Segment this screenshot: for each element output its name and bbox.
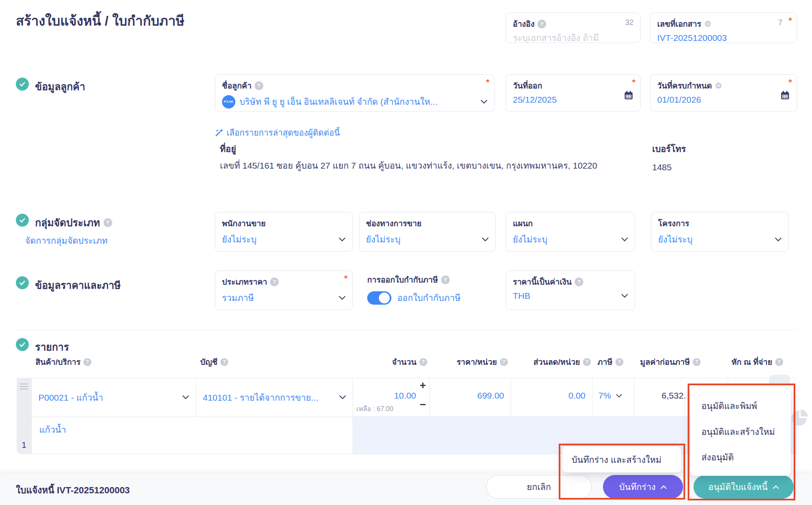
required-asterisk: *	[486, 77, 489, 87]
customer-value: บริษัท พี ยู ยู เอ็น อินเทลลิเจนท์ จำกัด…	[240, 95, 437, 109]
chevron-down-icon	[182, 395, 189, 399]
pre-tax-amount-value: 6,532.	[662, 391, 686, 401]
row-gutter: 1	[17, 378, 31, 454]
pricing-section-title: ข้อมูลราคาและภาษี	[35, 277, 121, 293]
discount-cell[interactable]: 0.00	[511, 378, 593, 417]
help-icon[interactable]: ?	[103, 218, 112, 227]
quantity-increase-button[interactable]: +	[420, 380, 426, 391]
item-description-input[interactable]: แก้วน้ำ	[31, 417, 353, 454]
help-icon[interactable]: ?	[693, 358, 701, 366]
drag-handle-icon[interactable]	[20, 384, 28, 391]
gear-icon[interactable]: ⚙	[715, 82, 722, 90]
chevron-down-icon	[482, 237, 489, 242]
pie-chart-icon[interactable]	[790, 409, 808, 429]
save-draft-button[interactable]: บันทึกร่าง	[603, 475, 683, 499]
quantity-cell[interactable]: 10.00 + − เหลือ : 67.00	[353, 378, 430, 417]
help-icon[interactable]: ?	[583, 358, 591, 366]
currency-dropdown[interactable]: ราคานี้เป็นค่าเงิน ? THB	[506, 270, 635, 310]
chevron-down-icon	[621, 237, 628, 242]
due-date-value: 01/01/2026	[657, 95, 701, 105]
quantity-decrease-button[interactable]: −	[420, 399, 426, 410]
customer-section-title: ข้อมูลลูกค้า	[35, 78, 85, 95]
department-dropdown[interactable]: แผนก ยังไม่ระบุ	[506, 212, 635, 252]
quantity-value[interactable]: 10.00	[394, 391, 416, 401]
tax-invoice-toggle-group: การออกใบกำกับภาษี ? ออกใบกำกับภาษี	[367, 273, 461, 305]
doc-number-value: IVT-20251200003	[657, 33, 727, 43]
chevron-down-icon	[775, 237, 782, 242]
sales-channel-dropdown[interactable]: ช่องทางการขาย ยังไม่ระบุ	[359, 212, 496, 252]
menu-item-send-for-approval[interactable]: ส่งอนุมัติ	[701, 450, 791, 464]
items-table-header: สินค้า/บริการ? บัญชี? จำนวน? ราคา/หน่วย?…	[17, 356, 797, 368]
price-type-dropdown[interactable]: ประเภทราคา ? * รวมภาษี	[215, 270, 353, 310]
cancel-button[interactable]: ยกเลิก	[486, 475, 592, 499]
customer-label: ชื่อลูกค้า	[222, 79, 252, 92]
magic-wand-icon	[215, 129, 223, 137]
reference-label: อ้างอิง	[513, 18, 535, 30]
help-icon[interactable]: ?	[83, 358, 91, 366]
help-icon[interactable]: ?	[419, 358, 427, 366]
unit-price-value[interactable]: 699.00	[477, 391, 504, 401]
row-number: 1	[17, 440, 31, 450]
discount-value[interactable]: 0.00	[568, 391, 585, 401]
chevron-down-icon	[339, 296, 345, 300]
chevron-up-icon	[661, 485, 667, 489]
help-icon[interactable]: ?	[500, 358, 508, 366]
customer-avatar: PΞΛK	[222, 95, 235, 109]
tax-invoice-toggle-label: ออกใบกำกับภาษี	[397, 291, 461, 305]
reference-input[interactable]	[513, 33, 633, 43]
page-title: สร้างใบแจ้งหนี้ / ใบกำกับภาษี	[16, 10, 184, 31]
due-date-field[interactable]: วันที่ครบกำหนด ⚙ * 01/01/2026	[650, 74, 797, 112]
help-icon[interactable]: ?	[270, 278, 279, 286]
address-label: ที่อยู่	[220, 142, 236, 156]
account-select[interactable]: 410101 - รายได้จากการขาย...	[196, 378, 353, 417]
product-select[interactable]: P00021 - แก้วน้ำ	[31, 378, 196, 417]
help-icon[interactable]: ?	[220, 358, 228, 366]
chevron-down-icon	[339, 395, 346, 399]
calendar-icon[interactable]	[624, 91, 633, 102]
section-complete-check-icon	[16, 78, 29, 91]
tax-rate-select[interactable]: 7%	[593, 378, 634, 417]
recent-items-link[interactable]: เลือกรายการล่าสุดของผู้ติดต่อนี้	[215, 126, 340, 139]
issue-date-label: วันที่ออก	[513, 79, 542, 92]
chevron-up-icon	[773, 485, 779, 489]
chevron-down-icon[interactable]	[481, 100, 487, 104]
menu-item-save-draft-and-new[interactable]: บันทึกร่าง และสร้างใหม่	[572, 453, 661, 467]
doc-number-char-counter: 7	[778, 18, 782, 27]
chevron-down-icon	[621, 294, 628, 298]
help-icon[interactable]: ?	[441, 275, 450, 284]
gear-icon[interactable]: ⚙	[704, 20, 711, 28]
help-icon[interactable]: ?	[255, 81, 263, 90]
tax-invoice-toggle[interactable]	[367, 291, 391, 305]
save-draft-menu: บันทึกร่าง และสร้างใหม่	[562, 447, 681, 472]
help-icon[interactable]: ?	[537, 20, 546, 28]
help-icon[interactable]: ?	[615, 358, 623, 366]
invoice-create-page: สร้างใบแจ้งหนี้ / ใบกำกับภาษี อ้างอิง ? …	[0, 0, 812, 505]
table-row: 1 P00021 - แก้วน้ำ 410101 - รายได้จากการ…	[17, 378, 797, 454]
phone-value: 1485	[652, 159, 672, 175]
remaining-stock-label: เหลือ : 67.00	[356, 404, 393, 414]
salesperson-dropdown[interactable]: พนักงานขาย ยังไม่ระบุ	[215, 212, 353, 252]
section-complete-check-icon	[16, 338, 29, 351]
menu-item-approve-and-print[interactable]: อนุมัติและพิมพ์	[701, 399, 791, 413]
menu-item-approve-and-new[interactable]: อนุมัติและสร้างใหม่	[701, 425, 791, 439]
unit-price-cell[interactable]: 699.00	[430, 378, 511, 417]
help-icon[interactable]: ?	[575, 278, 583, 286]
customer-select[interactable]: ชื่อลูกค้า ? * PΞΛK บริษัท พี ยู ยู เอ็น…	[215, 74, 494, 112]
required-asterisk: *	[789, 15, 792, 25]
manage-classification-link[interactable]: จัดการกลุ่มจัดประเภท	[25, 234, 108, 247]
chevron-down-icon	[616, 394, 622, 398]
reference-field[interactable]: อ้างอิง ? 32	[506, 13, 641, 43]
help-icon[interactable]: ?	[775, 358, 783, 366]
classification-section-title: กลุ่มจัดประเภท	[35, 215, 100, 231]
project-dropdown[interactable]: โครงการ ยังไม่ระบุ	[651, 212, 789, 252]
calendar-icon[interactable]	[780, 91, 790, 102]
doc-number-field[interactable]: เลขที่เอกสาร ⚙ 7 * IVT-20251200003	[650, 13, 797, 43]
phone-label: เบอร์โทร	[652, 142, 686, 156]
reference-char-counter: 32	[625, 18, 633, 27]
issue-date-value: 25/12/2025	[513, 95, 557, 105]
chevron-down-icon	[339, 237, 345, 242]
section-complete-check-icon	[16, 276, 29, 289]
issue-date-field[interactable]: วันที่ออก * 25/12/2025	[506, 74, 641, 112]
items-section-title: รายการ	[35, 339, 69, 355]
approve-invoice-button[interactable]: อนุมัติใบแจ้งหนี้	[693, 475, 794, 499]
